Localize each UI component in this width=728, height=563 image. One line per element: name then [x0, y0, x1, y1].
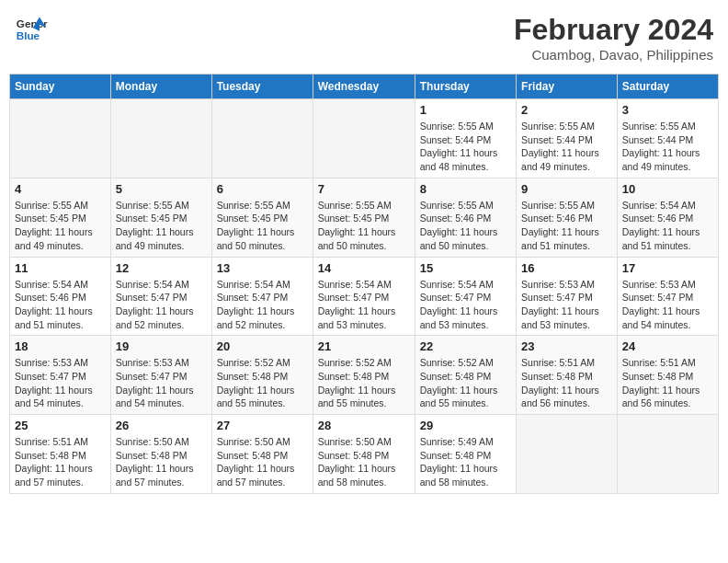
day-info: Sunrise: 5:55 AMSunset: 5:45 PMDaylight:…	[15, 199, 106, 253]
calendar-cell: 15Sunrise: 5:54 AMSunset: 5:47 PMDayligh…	[415, 257, 516, 336]
col-header-thursday: Thursday	[415, 75, 516, 99]
calendar-cell	[617, 415, 718, 494]
calendar-cell: 26Sunrise: 5:50 AMSunset: 5:48 PMDayligh…	[110, 415, 211, 494]
calendar-week-5: 25Sunrise: 5:51 AMSunset: 5:48 PMDayligh…	[10, 415, 719, 494]
day-number: 27	[217, 419, 308, 432]
day-number: 22	[420, 339, 511, 353]
calendar-cell: 22Sunrise: 5:52 AMSunset: 5:48 PMDayligh…	[415, 336, 516, 415]
calendar-cell: 12Sunrise: 5:54 AMSunset: 5:47 PMDayligh…	[110, 257, 211, 336]
day-info: Sunrise: 5:54 AMSunset: 5:47 PMDaylight:…	[318, 278, 410, 332]
calendar-cell: 18Sunrise: 5:53 AMSunset: 5:47 PMDayligh…	[10, 336, 111, 415]
logo-icon: General Blue	[15, 13, 48, 46]
calendar-cell: 9Sunrise: 5:55 AMSunset: 5:46 PMDaylight…	[517, 178, 618, 257]
day-info: Sunrise: 5:49 AMSunset: 5:48 PMDaylight:…	[420, 435, 511, 489]
calendar-cell: 23Sunrise: 5:51 AMSunset: 5:48 PMDayligh…	[517, 336, 618, 415]
day-info: Sunrise: 5:55 AMSunset: 5:44 PMDaylight:…	[622, 120, 713, 174]
day-info: Sunrise: 5:55 AMSunset: 5:45 PMDaylight:…	[318, 199, 410, 253]
calendar-cell: 3Sunrise: 5:55 AMSunset: 5:44 PMDaylight…	[617, 99, 718, 178]
calendar-week-1: 1Sunrise: 5:55 AMSunset: 5:44 PMDaylight…	[10, 99, 719, 178]
calendar-cell	[313, 99, 415, 178]
day-info: Sunrise: 5:54 AMSunset: 5:47 PMDaylight:…	[217, 278, 308, 332]
col-header-wednesday: Wednesday	[313, 75, 415, 99]
day-number: 16	[521, 261, 612, 275]
day-info: Sunrise: 5:54 AMSunset: 5:47 PMDaylight:…	[420, 278, 511, 332]
calendar-cell: 20Sunrise: 5:52 AMSunset: 5:48 PMDayligh…	[211, 336, 313, 415]
calendar-cell: 6Sunrise: 5:55 AMSunset: 5:45 PMDaylight…	[211, 178, 313, 257]
calendar-cell: 25Sunrise: 5:51 AMSunset: 5:48 PMDayligh…	[10, 415, 111, 494]
day-info: Sunrise: 5:55 AMSunset: 5:45 PMDaylight:…	[116, 199, 207, 253]
col-header-sunday: Sunday	[10, 75, 111, 99]
day-info: Sunrise: 5:53 AMSunset: 5:47 PMDaylight:…	[622, 278, 713, 332]
day-number: 17	[622, 261, 713, 275]
calendar-table: SundayMondayTuesdayWednesdayThursdayFrid…	[9, 74, 719, 494]
header: General Blue February 2024 Cuambog, Dava…	[9, 9, 719, 66]
col-header-monday: Monday	[110, 75, 211, 99]
day-info: Sunrise: 5:55 AMSunset: 5:45 PMDaylight:…	[217, 199, 308, 253]
day-number: 10	[622, 182, 713, 196]
calendar-cell: 5Sunrise: 5:55 AMSunset: 5:45 PMDaylight…	[110, 178, 211, 257]
calendar-cell: 1Sunrise: 5:55 AMSunset: 5:44 PMDaylight…	[415, 99, 516, 178]
calendar-cell: 17Sunrise: 5:53 AMSunset: 5:47 PMDayligh…	[617, 257, 718, 336]
day-number: 28	[318, 419, 410, 432]
calendar-week-2: 4Sunrise: 5:55 AMSunset: 5:45 PMDaylight…	[10, 178, 719, 257]
day-info: Sunrise: 5:50 AMSunset: 5:48 PMDaylight:…	[318, 435, 410, 489]
calendar-cell: 24Sunrise: 5:51 AMSunset: 5:48 PMDayligh…	[617, 336, 718, 415]
day-info: Sunrise: 5:51 AMSunset: 5:48 PMDaylight:…	[521, 356, 612, 410]
day-number: 6	[217, 182, 308, 196]
day-number: 26	[116, 419, 207, 432]
day-info: Sunrise: 5:53 AMSunset: 5:47 PMDaylight:…	[521, 278, 612, 332]
calendar-cell	[517, 415, 618, 494]
day-number: 24	[622, 339, 713, 353]
day-info: Sunrise: 5:52 AMSunset: 5:48 PMDaylight:…	[318, 356, 410, 410]
day-info: Sunrise: 5:52 AMSunset: 5:48 PMDaylight:…	[420, 356, 511, 410]
day-info: Sunrise: 5:55 AMSunset: 5:44 PMDaylight:…	[521, 120, 612, 174]
day-number: 21	[318, 339, 410, 353]
day-info: Sunrise: 5:54 AMSunset: 5:47 PMDaylight:…	[116, 278, 207, 332]
day-number: 7	[318, 182, 410, 196]
day-number: 1	[420, 103, 511, 117]
day-info: Sunrise: 5:54 AMSunset: 5:46 PMDaylight:…	[622, 199, 713, 253]
day-number: 23	[521, 339, 612, 353]
day-number: 29	[420, 419, 511, 432]
calendar-cell: 14Sunrise: 5:54 AMSunset: 5:47 PMDayligh…	[313, 257, 415, 336]
day-number: 12	[116, 261, 207, 275]
day-info: Sunrise: 5:53 AMSunset: 5:47 PMDaylight:…	[116, 356, 207, 410]
day-info: Sunrise: 5:55 AMSunset: 5:44 PMDaylight:…	[420, 120, 511, 174]
day-number: 2	[521, 103, 612, 117]
calendar-cell	[10, 99, 111, 178]
day-info: Sunrise: 5:50 AMSunset: 5:48 PMDaylight:…	[116, 435, 207, 489]
day-info: Sunrise: 5:55 AMSunset: 5:46 PMDaylight:…	[420, 199, 511, 253]
calendar-cell: 7Sunrise: 5:55 AMSunset: 5:45 PMDaylight…	[313, 178, 415, 257]
day-number: 8	[420, 182, 511, 196]
day-info: Sunrise: 5:50 AMSunset: 5:48 PMDaylight:…	[217, 435, 308, 489]
day-number: 11	[15, 261, 106, 275]
calendar-week-4: 18Sunrise: 5:53 AMSunset: 5:47 PMDayligh…	[10, 336, 719, 415]
day-info: Sunrise: 5:55 AMSunset: 5:46 PMDaylight:…	[521, 199, 612, 253]
col-header-friday: Friday	[517, 75, 618, 99]
month-year-title: February 2024	[514, 13, 713, 47]
calendar-cell: 29Sunrise: 5:49 AMSunset: 5:48 PMDayligh…	[415, 415, 516, 494]
calendar-cell: 2Sunrise: 5:55 AMSunset: 5:44 PMDaylight…	[517, 99, 618, 178]
day-info: Sunrise: 5:53 AMSunset: 5:47 PMDaylight:…	[15, 356, 106, 410]
day-number: 20	[217, 339, 308, 353]
day-number: 14	[318, 261, 410, 275]
calendar-cell	[110, 99, 211, 178]
day-info: Sunrise: 5:51 AMSunset: 5:48 PMDaylight:…	[15, 435, 106, 489]
calendar-cell: 27Sunrise: 5:50 AMSunset: 5:48 PMDayligh…	[211, 415, 313, 494]
calendar-cell: 28Sunrise: 5:50 AMSunset: 5:48 PMDayligh…	[313, 415, 415, 494]
day-number: 3	[622, 103, 713, 117]
calendar-cell: 21Sunrise: 5:52 AMSunset: 5:48 PMDayligh…	[313, 336, 415, 415]
logo: General Blue	[15, 13, 48, 46]
calendar-cell: 16Sunrise: 5:53 AMSunset: 5:47 PMDayligh…	[517, 257, 618, 336]
day-number: 18	[15, 339, 106, 353]
day-number: 5	[116, 182, 207, 196]
calendar-cell: 10Sunrise: 5:54 AMSunset: 5:46 PMDayligh…	[617, 178, 718, 257]
calendar-cell: 13Sunrise: 5:54 AMSunset: 5:47 PMDayligh…	[211, 257, 313, 336]
day-info: Sunrise: 5:51 AMSunset: 5:48 PMDaylight:…	[622, 356, 713, 410]
calendar-header-row: SundayMondayTuesdayWednesdayThursdayFrid…	[10, 75, 719, 99]
location-subtitle: Cuambog, Davao, Philippines	[514, 47, 713, 63]
calendar-cell: 11Sunrise: 5:54 AMSunset: 5:46 PMDayligh…	[10, 257, 111, 336]
day-number: 25	[15, 419, 106, 432]
calendar-body: 1Sunrise: 5:55 AMSunset: 5:44 PMDaylight…	[10, 99, 719, 494]
calendar-cell: 4Sunrise: 5:55 AMSunset: 5:45 PMDaylight…	[10, 178, 111, 257]
